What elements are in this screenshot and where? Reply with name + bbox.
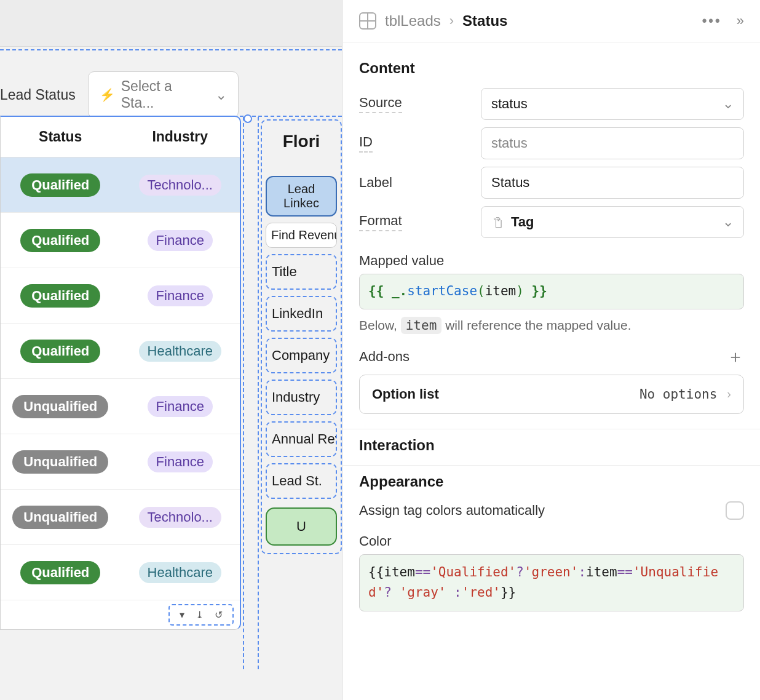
- label-label: Label: [359, 175, 470, 191]
- chevron-right-icon: ›: [727, 387, 731, 401]
- format-label: Format: [359, 213, 402, 231]
- table-footer: ▾ ⤓ ↺: [1, 600, 240, 629]
- industry-badge: Finance: [148, 285, 213, 306]
- industry-badge: Healthcare: [139, 341, 221, 362]
- industry-badge: Finance: [148, 451, 213, 472]
- detail-field[interactable]: Lead St.: [266, 463, 337, 499]
- mapped-value-title: Mapped value: [359, 253, 744, 269]
- source-select[interactable]: status ⌄: [481, 88, 744, 120]
- section-appearance-title: Appearance: [359, 473, 744, 490]
- find-revenue-chip[interactable]: Find Revenu: [266, 223, 337, 248]
- status-badge: Unqualified: [12, 395, 108, 418]
- table-row[interactable]: QualifiedFinance: [1, 268, 240, 324]
- lead-source-tag[interactable]: Lead Linkec: [266, 176, 337, 217]
- bolt-icon: ⚡: [100, 87, 115, 102]
- id-input[interactable]: status: [481, 127, 744, 159]
- status-badge: Unqualified: [12, 506, 108, 529]
- divider: [343, 429, 760, 429]
- option-list-row[interactable]: Option list No options ›: [359, 375, 744, 414]
- lead-status-label: Lead Status: [0, 87, 76, 103]
- table-row[interactable]: QualifiedTechnolo...: [1, 157, 240, 213]
- industry-badge: Technolo...: [139, 507, 221, 528]
- vertical-dash-guide: [243, 117, 259, 669]
- table-row[interactable]: QualifiedHealthcare: [1, 545, 240, 600]
- tag-icon: 🏷: [491, 216, 505, 228]
- status-badge: Qualified: [20, 284, 100, 308]
- mapped-value-note: Below, item will reference the mapped va…: [359, 318, 744, 333]
- color-title: Color: [359, 533, 744, 549]
- breadcrumb-table[interactable]: tblLeads: [385, 12, 441, 30]
- format-select[interactable]: 🏷 Tag ⌄: [481, 206, 744, 238]
- color-expression-input[interactable]: {{item=='Qualified'?'green':item=='Unqua…: [359, 554, 744, 611]
- status-badge: Qualified: [20, 561, 100, 584]
- table-row[interactable]: UnqualifiedFinance: [1, 434, 240, 490]
- source-label: Source: [359, 95, 402, 113]
- chevron-down-icon: ⌄: [215, 87, 227, 103]
- section-content-title: Content: [359, 60, 744, 77]
- detail-card[interactable]: Flori Lead Linkec Find Revenu TitleLinke…: [261, 119, 342, 554]
- industry-badge: Technolo...: [139, 175, 221, 196]
- section-interaction-title[interactable]: Interaction: [359, 437, 744, 454]
- detail-field[interactable]: Annual Revenue: [266, 421, 337, 457]
- detail-field[interactable]: Title: [266, 254, 337, 290]
- auto-colors-checkbox[interactable]: [726, 501, 744, 520]
- col-header-status[interactable]: Status: [1, 129, 121, 145]
- breadcrumb-field: Status: [462, 12, 507, 30]
- table-row[interactable]: QualifiedHealthcare: [1, 324, 240, 379]
- leads-table[interactable]: Status Industry QualifiedTechnolo...Qual…: [0, 116, 241, 630]
- detail-title: Flori: [262, 121, 341, 170]
- lead-status-select[interactable]: ⚡ Select a Sta... ⌄: [88, 71, 239, 118]
- industry-badge: Finance: [148, 396, 213, 417]
- select-placeholder: Select a Sta...: [121, 78, 209, 111]
- industry-badge: Healthcare: [139, 562, 221, 583]
- status-badge: Qualified: [20, 173, 100, 197]
- inspector-panel: tblLeads › Status ••• » Content Source s…: [342, 0, 760, 700]
- detail-field[interactable]: Industry: [266, 380, 337, 415]
- chevron-down-icon: ⌄: [722, 96, 734, 112]
- collapse-panel-icon[interactable]: »: [737, 13, 744, 29]
- industry-badge: Finance: [148, 230, 213, 251]
- filter-icon[interactable]: ▾: [180, 609, 184, 621]
- breadcrumb-separator: ›: [449, 13, 454, 29]
- filter-bar-region: Lead Status ⚡ Select a Sta... ⌄: [0, 49, 342, 117]
- table-row[interactable]: QualifiedFinance: [1, 213, 240, 268]
- status-badge: Qualified: [20, 340, 100, 363]
- table-header-row: Status Industry: [1, 117, 240, 157]
- divider: [343, 465, 760, 466]
- table-row[interactable]: UnqualifiedTechnolo...: [1, 490, 240, 545]
- detail-field[interactable]: LinkedIn: [266, 296, 337, 332]
- add-addon-button[interactable]: ＋: [727, 345, 744, 368]
- action-button-green[interactable]: U: [266, 507, 337, 546]
- canvas-area: Lead Status ⚡ Select a Sta... ⌄ Status I…: [0, 0, 342, 700]
- panel-breadcrumb: tblLeads › Status ••• »: [343, 0, 760, 42]
- status-badge: Unqualified: [12, 450, 108, 474]
- addons-title: Add-ons: [359, 349, 410, 365]
- refresh-icon[interactable]: ↺: [215, 609, 223, 621]
- detail-field[interactable]: Company: [266, 338, 337, 373]
- status-badge: Qualified: [20, 229, 100, 252]
- label-input[interactable]: Status: [481, 167, 744, 199]
- top-toolbar-blank: [0, 0, 342, 47]
- mapped-value-input[interactable]: {{ _.startCase(item) }}: [359, 274, 744, 309]
- more-menu-icon[interactable]: •••: [702, 13, 722, 29]
- table-icon: [359, 12, 376, 30]
- chevron-down-icon: ⌄: [722, 214, 734, 230]
- auto-colors-label: Assign tag colors automatically: [359, 503, 545, 519]
- id-label: ID: [359, 134, 373, 153]
- table-row[interactable]: UnqualifiedFinance: [1, 379, 240, 434]
- download-icon[interactable]: ⤓: [196, 609, 204, 621]
- col-header-industry[interactable]: Industry: [121, 129, 240, 145]
